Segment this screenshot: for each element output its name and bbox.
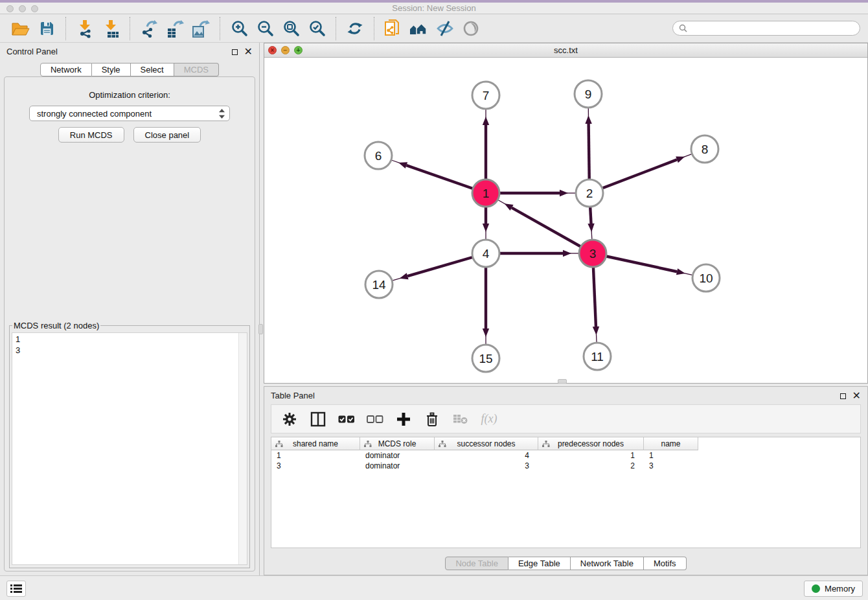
toolbar-separator	[374, 17, 374, 40]
table-settings-button[interactable]	[279, 409, 300, 430]
zoom-fit-button[interactable]	[278, 17, 304, 40]
close-window-button[interactable]	[6, 5, 14, 12]
close-panel-icon[interactable]: ✕	[244, 48, 253, 55]
show-all-columns-button[interactable]	[336, 409, 357, 430]
mcds-result-title: MCDS result (2 nodes)	[12, 321, 100, 330]
table-cell-mcds-role[interactable]: dominator	[360, 450, 435, 461]
create-column-button[interactable]	[393, 409, 414, 430]
delete-table-icon	[452, 412, 469, 426]
control-tab-network[interactable]: Network	[40, 63, 92, 76]
hierarchy-icon	[542, 441, 550, 448]
import-table-icon	[101, 19, 120, 38]
horizontal-splitter-grip[interactable]	[558, 379, 567, 384]
open-file-icon	[11, 20, 30, 37]
hide-panels-icon	[435, 19, 455, 38]
memory-button[interactable]: Memory	[804, 581, 863, 597]
memory-button-label: Memory	[825, 584, 855, 594]
run-mcds-button[interactable]: Run MCDS	[58, 127, 124, 143]
close-view-button[interactable]: ×	[268, 46, 277, 54]
split-panel-button[interactable]	[308, 409, 328, 430]
table-row[interactable]: 3dominator323	[271, 461, 860, 471]
control-panel-title: Control Panel	[6, 47, 58, 56]
table-panel-title: Table Panel	[271, 391, 315, 400]
table-cell-mcds-role[interactable]: dominator	[360, 461, 435, 471]
float-table-panel-icon[interactable]	[840, 393, 846, 399]
column-header-shared-name[interactable]: shared name	[271, 437, 360, 450]
application-window: Session: New Session	[0, 0, 868, 600]
table-cell-predecessor-nodes[interactable]: 2	[538, 461, 644, 471]
network-view-window: × − + scc.txt 7968124314101511	[264, 43, 868, 384]
column-header-predecessor-nodes[interactable]: predecessor nodes	[538, 437, 644, 450]
zoom-window-button[interactable]	[31, 5, 38, 12]
zoom-selected-button[interactable]	[304, 17, 330, 40]
close-panel-button[interactable]: Close panel	[133, 127, 201, 143]
new-network-from-selection-icon	[383, 19, 403, 38]
column-header-label: name	[661, 439, 680, 448]
table-cell-name[interactable]: 1	[644, 450, 698, 461]
search-icon	[679, 24, 687, 32]
minimize-view-button[interactable]: −	[281, 46, 290, 54]
table-cell-successor-nodes[interactable]: 4	[435, 450, 538, 461]
table-row[interactable]: 1dominator411	[271, 450, 860, 461]
search-box	[672, 21, 860, 36]
control-tab-style[interactable]: Style	[92, 63, 131, 76]
column-header-label: shared name	[293, 439, 338, 448]
control-tab-mcds[interactable]: MCDS	[174, 63, 219, 76]
tab-network-table[interactable]: Network Table	[571, 557, 644, 570]
table-cell-shared-name[interactable]: 3	[271, 461, 360, 471]
tab-motifs[interactable]: Motifs	[644, 557, 687, 570]
network-canvas[interactable]: 7968124314101511	[264, 58, 867, 383]
table-cell-name[interactable]: 3	[644, 461, 698, 471]
import-table-button[interactable]	[98, 17, 124, 40]
apply-function-button[interactable]: f(x)	[479, 409, 499, 430]
delete-columns-button[interactable]	[422, 409, 442, 430]
zoom-out-button[interactable]	[252, 17, 278, 40]
mcds-result-area[interactable]: 1 3	[12, 332, 247, 565]
tab-edge-table[interactable]: Edge Table	[508, 557, 571, 570]
delete-table-button[interactable]	[450, 409, 471, 430]
vertical-splitter-grip[interactable]	[258, 324, 263, 334]
import-network-button[interactable]	[72, 17, 98, 40]
panel-list-button[interactable]	[6, 581, 26, 597]
maximize-view-button[interactable]: +	[294, 46, 303, 54]
zoom-in-button[interactable]	[226, 17, 252, 40]
float-panel-icon[interactable]	[232, 49, 238, 55]
mcds-tab-content: Optimization criterion: strongly connect…	[4, 76, 255, 571]
optimization-criterion-select[interactable]: strongly connected component	[29, 106, 230, 121]
graph-node-label-2: 2	[586, 187, 593, 200]
home-button[interactable]	[406, 17, 432, 40]
column-header-name[interactable]: name	[644, 437, 698, 450]
zoom-out-icon	[257, 19, 274, 37]
export-table-button[interactable]	[162, 17, 188, 40]
export-network-icon	[139, 19, 159, 38]
zoom-in-icon	[231, 19, 248, 37]
selected-option-label: strongly connected component	[37, 109, 218, 119]
update-view-button[interactable]	[342, 17, 368, 40]
minimize-window-button[interactable]	[19, 5, 26, 12]
column-header-mcds-role[interactable]: MCDS role	[360, 437, 435, 450]
preview-button[interactable]	[458, 17, 484, 40]
open-file-button[interactable]	[8, 17, 34, 40]
zoom-selected-icon	[308, 19, 326, 37]
control-tab-select[interactable]: Select	[131, 63, 174, 76]
split-columns-icon	[310, 411, 326, 428]
table-cell-successor-nodes[interactable]: 3	[435, 461, 538, 471]
search-input[interactable]	[691, 23, 854, 33]
column-header-label: MCDS role	[378, 439, 417, 448]
result-scrollbar[interactable]	[238, 333, 247, 564]
export-image-button[interactable]	[188, 17, 214, 40]
close-table-panel-icon[interactable]: ✕	[852, 392, 861, 399]
table-cell-shared-name[interactable]: 1	[271, 450, 360, 461]
hide-all-columns-button[interactable]	[365, 409, 385, 430]
column-header-successor-nodes[interactable]: successor nodes	[435, 437, 538, 450]
checked-boxes-icon	[338, 414, 355, 424]
main-toolbar	[0, 14, 868, 43]
tab-node-table[interactable]: Node Table	[445, 557, 508, 570]
hide-panels-button[interactable]	[432, 17, 458, 40]
save-session-button[interactable]	[34, 17, 60, 40]
select-chevrons-icon	[218, 108, 225, 119]
table-cell-predecessor-nodes[interactable]: 1	[538, 450, 644, 461]
new-network-from-selection-button[interactable]	[380, 17, 406, 40]
network-window-titlebar[interactable]: × − + scc.txt	[264, 43, 867, 58]
export-network-button[interactable]	[136, 17, 162, 40]
